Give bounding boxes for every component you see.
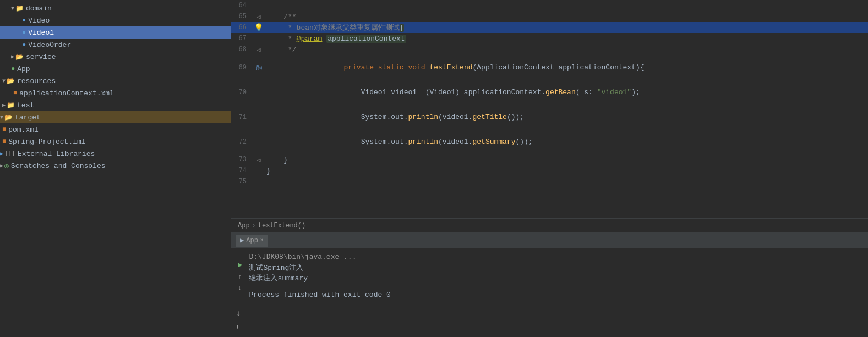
line-code: private static void testExtend(Applicati… <box>264 55 868 80</box>
line-code: } <box>264 165 868 176</box>
line-number: 74 <box>231 165 253 176</box>
table-row: 71 System.out.println(video1.getTitle())… <box>231 105 868 129</box>
line-gutter <box>253 129 264 154</box>
java-class-icon: ● <box>11 65 15 73</box>
sidebar-item-springproject[interactable]: ■ Spring-Project.iml <box>0 135 231 148</box>
fold-icon: ◁ <box>257 14 261 20</box>
code-keyword: static <box>378 63 408 72</box>
sidebar-item-scratches[interactable]: ▶ ◎ Scratches and Consoles <box>0 160 231 172</box>
table-row: 70 Video1 video1 =(Video1) applicationCo… <box>231 80 868 105</box>
table-row: 72 System.out.println(video1.getSummary(… <box>231 129 868 154</box>
terminal-tab-label: App <box>246 237 258 244</box>
lightbulb-icon: 💡 <box>254 24 263 32</box>
sidebar-item-domain[interactable]: ▼ 📁 domain <box>0 2 231 14</box>
sidebar-item-service[interactable]: ▶ 📂 service <box>0 51 231 63</box>
terminal-lines: D:\JDK08\bin\java.exe ... 测试Spring注入 继承注… <box>249 252 390 300</box>
sidebar-item-videoorder[interactable]: ● VideoOrder <box>0 39 231 51</box>
sidebar-item-label: resources <box>17 77 56 85</box>
sidebar-item-video1[interactable]: ● Video1 <box>0 26 231 39</box>
code-function: getBean <box>545 88 576 96</box>
download-icon[interactable]: ⬇ <box>236 323 241 333</box>
sidebar-item-test[interactable]: ▶ 📁 test <box>0 99 231 111</box>
line-gutter <box>253 0 264 11</box>
java-class-icon: ● <box>22 41 26 48</box>
code-text: } <box>266 167 271 175</box>
line-gutter <box>253 176 264 187</box>
sidebar-item-label: App <box>17 65 30 73</box>
code-text: ()); <box>507 113 524 121</box>
folder-icon: 📁 <box>7 101 15 110</box>
breadcrumb-separator: › <box>252 222 256 230</box>
line-number: 69 <box>231 55 253 80</box>
code-text: applicationContext){ <box>559 63 645 72</box>
xml-icon: ■ <box>13 89 17 97</box>
fold-icon: ◁ <box>257 157 261 164</box>
arrow-icon: ▼ <box>2 78 6 84</box>
terminal-panel: ▶ App × ▶ ↑ ↓ D:\JDK08\bin\java.exe ... … <box>231 232 868 337</box>
sidebar-item-extlibs[interactable]: ▶ ||| External Libraries <box>0 148 231 160</box>
breadcrumb-app[interactable]: App <box>238 222 250 230</box>
line-gutter: ◁ <box>253 154 264 165</box>
sidebar-item-target[interactable]: ▼ 📂 target <box>0 111 231 123</box>
sidebar-item-label: test <box>17 101 34 110</box>
file-tree[interactable]: ▼ 📁 domain ● Video ● Video1 ● VideoOrder… <box>0 0 231 337</box>
arrow-icon: ▶ <box>2 102 6 108</box>
code-text: ); <box>631 88 640 96</box>
terminal-tab-app[interactable]: ▶ App × <box>236 235 268 247</box>
terminal-tab-close[interactable]: × <box>260 237 264 243</box>
up-icon[interactable]: ↑ <box>238 272 242 282</box>
code-keyword: void <box>408 63 429 72</box>
cursor-area: | <box>400 24 404 32</box>
line-gutter: ◁ <box>253 44 264 55</box>
sidebar-item-label: Video1 <box>28 29 54 37</box>
code-keyword: private <box>326 63 378 72</box>
code-text: ( s: <box>576 88 597 96</box>
sidebar-item-applicationcontext[interactable]: ■ applicationContext.xml <box>0 87 231 99</box>
sidebar-item-label: Video <box>28 17 50 25</box>
line-number: 64 <box>231 0 253 11</box>
folder-icon: 📂 <box>7 77 15 85</box>
arrow-icon: ▼ <box>11 6 14 12</box>
line-code: Video1 video1 =(Video1) applicationConte… <box>264 80 868 105</box>
line-gutter: 💡 <box>253 22 264 33</box>
down-icon[interactable]: ↓ <box>238 283 242 293</box>
table-row: 69 @◁ private static void testExtend(App… <box>231 55 868 80</box>
table-row: 68 ◁ */ <box>231 44 868 55</box>
code-area[interactable]: 64 65 ◁ /** 66 💡 * bean对象继 <box>231 0 868 218</box>
run-icon[interactable]: ▶ <box>238 259 242 271</box>
code-comment: * bean对象继承父类重复属性测试 <box>266 24 400 32</box>
code-function: testExtend <box>429 63 472 72</box>
sidebar-item-label: target <box>15 113 41 122</box>
pom-icon: ■ <box>2 126 6 133</box>
line-number: 75 <box>231 176 253 187</box>
code-comment: * <box>266 35 297 43</box>
code-text: } <box>266 156 288 164</box>
code-function: getTitle <box>472 113 506 121</box>
sidebar-item-app[interactable]: ● App <box>0 63 231 75</box>
line-code: * bean对象继承父类重复属性测试| <box>264 22 868 33</box>
java-class-icon: ● <box>22 29 26 36</box>
sidebar-item-video[interactable]: ● Video <box>0 14 231 26</box>
line-code: * @param applicationContext <box>264 33 868 44</box>
code-function: println <box>408 138 438 146</box>
terminal-tab-bar: ▶ App × <box>231 233 868 248</box>
main-panel: 64 65 ◁ /** 66 💡 * bean对象继 <box>231 0 868 337</box>
iml-icon: ■ <box>2 138 6 145</box>
breadcrumb-method[interactable]: testExtend() <box>258 222 305 230</box>
sidebar-item-resources[interactable]: ▼ 📂 resources <box>0 75 231 87</box>
line-gutter <box>253 80 264 105</box>
arrow-icon: ▼ <box>0 115 3 121</box>
line-code: */ <box>264 44 868 55</box>
code-annotation: @param <box>297 35 323 43</box>
code-text: System.out. <box>326 138 408 146</box>
breadcrumb: App › testExtend() <box>231 218 868 232</box>
table-row: 66 💡 * bean对象继承父类重复属性测试| <box>231 22 868 33</box>
list-item: 继承注入summary <box>249 273 390 284</box>
line-number: 71 <box>231 105 253 129</box>
line-number: 73 <box>231 154 253 165</box>
line-gutter: @◁ <box>253 55 264 80</box>
scroll-to-end-icon[interactable]: ⤓ <box>236 309 241 319</box>
sidebar-item-pom[interactable]: ■ pom.xml <box>0 123 231 135</box>
line-number: 66 <box>231 22 253 33</box>
line-code: System.out.println(video1.getSummary()); <box>264 129 868 154</box>
